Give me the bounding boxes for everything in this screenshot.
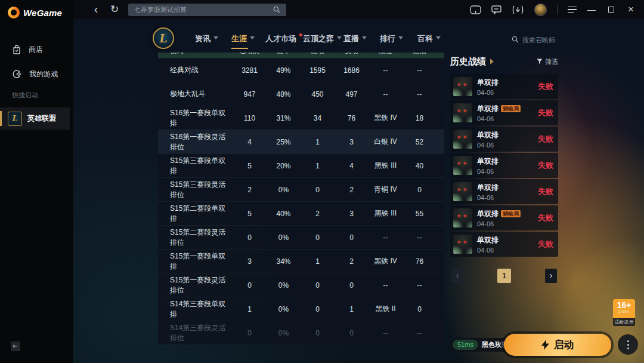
match-entry[interactable]: 单双排 04-06 失败 (450, 232, 558, 257)
pagination-next-button[interactable]: › (545, 269, 557, 283)
match-date: 04-06 (477, 220, 521, 227)
tab-live[interactable]: 直播 (343, 33, 367, 44)
table-row-highlighted[interactable]: S16第一赛段灵活排位 4 25% 1 3 白银 IV 52 (158, 130, 444, 153)
maximize-button[interactable] (606, 5, 616, 14)
chevron-down-icon (213, 36, 218, 39)
age-rating-badge[interactable]: 16+ CADPA 适龄提示 (613, 299, 635, 326)
match-mode: 单双排 (477, 236, 499, 244)
notification-dot (299, 33, 302, 36)
global-search-input[interactable]: 七界梦源测试招募 (128, 4, 286, 16)
tab-label: 生涯 (231, 33, 247, 44)
match-date: 04-06 (477, 168, 499, 175)
tab-talent-market[interactable]: 人才市场 (265, 33, 302, 44)
row-games: 0 (233, 233, 267, 242)
col-header-wins: 胜场 (301, 53, 335, 56)
history-title[interactable]: 历史战绩 (450, 56, 486, 67)
row-mode: S14第三赛段灵活排位 (158, 323, 233, 343)
sidebar-item-store[interactable]: 商店 (0, 41, 73, 59)
table-row[interactable]: S16第一赛段单双排 110 31% 34 76 黑铁 IV 18 (158, 106, 444, 130)
row-rank: 白银 IV (369, 137, 402, 147)
history-pagination: ‹ 1 › (450, 269, 558, 283)
tab-career[interactable]: 生涯 (231, 33, 255, 44)
table-row[interactable]: 极地大乱斗 947 48% 450 497 -- -- (158, 82, 444, 106)
row-points: 52 (402, 138, 436, 146)
tab-tft[interactable]: 云顶之弈 (303, 33, 342, 44)
filter-button[interactable]: 筛选 (537, 57, 558, 66)
row-points: -- (402, 281, 436, 290)
launch-button[interactable]: 启动 (504, 334, 611, 356)
tab-wiki[interactable]: 百科 (417, 33, 441, 44)
match-entry[interactable]: 单双排 04-06 失败 (450, 153, 558, 178)
tab-label: 百科 (417, 33, 433, 44)
table-row[interactable]: S15第一赛段灵活排位 0 0% 0 0 -- -- (158, 273, 444, 297)
quick-launch-game-label: 英雄联盟 (27, 113, 56, 124)
match-date: 04-06 (477, 115, 521, 122)
pagination-prev-button[interactable]: ‹ (451, 269, 463, 283)
user-avatar[interactable] (534, 4, 547, 16)
tab-label: 资讯 (195, 33, 210, 44)
table-row[interactable]: S15第二赛段灵活排位 0 0% 0 0 -- -- (158, 225, 444, 249)
col-header-points: 胜点 (402, 53, 436, 56)
wegame-logo-text: WeGame (23, 8, 62, 18)
row-points: 76 (402, 257, 436, 266)
row-games: 2 (233, 186, 267, 194)
sidebar: WeGame 商店 我的游戏 快捷启动 L 英雄联盟 ⇤ (0, 0, 73, 363)
chevron-right-icon (490, 59, 494, 64)
age-rating-caption: 适龄提示 (613, 318, 635, 326)
sidebar-item-lol[interactable]: L 英雄联盟 (0, 107, 70, 130)
row-mode: S16第一赛段单双排 (158, 108, 233, 128)
store-bag-icon (12, 45, 21, 54)
row-points: -- (402, 66, 436, 75)
match-entry[interactable]: 单双排 04-06 失败 (450, 74, 558, 99)
row-losses: 2 (335, 257, 369, 266)
match-entry[interactable]: 单双排 04-06 失败 (450, 127, 558, 152)
row-games: 4 (233, 138, 267, 146)
row-losses: 3 (335, 138, 369, 146)
age-rating-value: 16+ (613, 301, 635, 310)
age-rating-authority: CADPA (613, 310, 635, 313)
row-wins: 1 (301, 138, 335, 146)
match-entry[interactable]: 单双排 04-06 失败 (450, 179, 558, 204)
tab-news[interactable]: 资讯 (195, 33, 218, 44)
row-losses: 1 (335, 305, 369, 313)
collapse-sidebar-button[interactable]: ⇤ (11, 342, 20, 351)
row-wins: 0 (301, 233, 335, 242)
pagination-page-1[interactable]: 1 (497, 269, 511, 283)
lightning-bolt-icon (541, 340, 549, 350)
table-row[interactable]: S14第三赛段灵活排位 0 0% 0 0 -- -- (158, 321, 444, 344)
match-entry[interactable]: 单双排躺输局 04-06 失败 (450, 100, 558, 125)
match-entry[interactable]: 单双排躺输局 04-06 失败 (450, 205, 558, 230)
main-menu-icon[interactable] (568, 7, 577, 13)
funnel-icon (537, 59, 543, 64)
table-row[interactable]: S15第三赛段单双排 5 20% 1 4 黑铁 III 40 (158, 153, 444, 177)
row-games: 0 (233, 329, 267, 337)
close-button[interactable]: × (626, 4, 636, 16)
minimize-button[interactable]: — (587, 5, 596, 14)
table-row[interactable]: 经典对战 3281 49% 1595 1686 -- -- (158, 58, 444, 82)
row-winrate: 0% (267, 233, 301, 242)
row-wins: 34 (301, 114, 335, 122)
wegame-logo-icon (8, 7, 20, 19)
kennel-icon[interactable] (470, 5, 481, 14)
refresh-button[interactable]: ↻ (107, 1, 122, 18)
row-wins: 0 (301, 281, 335, 290)
sidebar-item-my-games[interactable]: 我的游戏 (0, 65, 73, 83)
back-button[interactable]: ‹ (89, 1, 103, 18)
table-row[interactable]: S15第一赛段单双排 3 34% 1 2 黑铁 IV 76 (158, 249, 444, 273)
summoner-search-input[interactable]: 搜索召唤师 (512, 35, 555, 45)
launch-label: 启动 (554, 338, 574, 352)
summoner-search-placeholder: 搜索召唤师 (522, 36, 555, 45)
row-rank: 黑铁 III (369, 208, 402, 219)
row-winrate: 31% (267, 114, 301, 122)
launch-options-button[interactable] (618, 334, 638, 355)
champion-icon (453, 103, 472, 122)
lol-icon: L (8, 112, 22, 126)
row-points: -- (402, 233, 436, 242)
row-mode: S16第一赛段灵活排位 (158, 132, 233, 152)
table-row[interactable]: S15第三赛段灵活排位 2 0% 0 2 青铜 IV 0 (158, 177, 444, 201)
table-row[interactable]: S15第二赛段单双排 5 40% 2 3 黑铁 III 55 (158, 201, 444, 225)
messages-icon[interactable] (491, 5, 501, 14)
tab-ranking[interactable]: 排行 (380, 33, 403, 44)
table-row[interactable]: S14第三赛段单双排 1 0% 0 1 黑铁 II 0 (158, 297, 444, 321)
download-manager-icon[interactable] (512, 5, 524, 14)
